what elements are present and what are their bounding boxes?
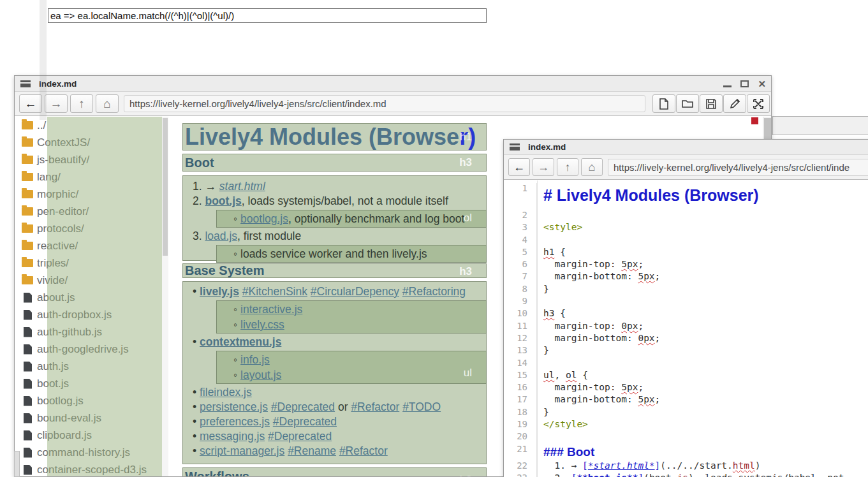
line-number: 23: [504, 473, 537, 477]
list-item[interactable]: lang/: [17, 168, 162, 186]
code-line[interactable]: 13}: [504, 345, 868, 357]
md-link[interactable]: #CircularDepency: [311, 285, 399, 298]
content-scrollbar-thumb[interactable]: [764, 118, 771, 139]
md-link[interactable]: bootlog.js: [240, 212, 288, 225]
edit-button[interactable]: [723, 94, 746, 113]
code-token: }: [543, 284, 549, 294]
code-line[interactable]: 15ul, ol {: [504, 370, 868, 382]
code-line[interactable]: 11 margin-top: 0px;: [504, 321, 868, 333]
list-item[interactable]: clipboard.js: [17, 427, 162, 444]
url-field[interactable]: https://lively-kernel.org/lively4/lively…: [124, 95, 645, 112]
list-item[interactable]: js-beautify/: [17, 151, 162, 168]
list-item[interactable]: ../: [17, 117, 162, 134]
code-line[interactable]: 5h1 {: [504, 247, 868, 259]
sidebar-scrollbar[interactable]: [162, 117, 168, 476]
new-file-button[interactable]: [652, 94, 675, 113]
md-link[interactable]: lively.js: [200, 285, 239, 298]
code-line[interactable]: 10h3 {: [504, 308, 868, 320]
code-line[interactable]: 8}: [504, 284, 868, 296]
back-button[interactable]: ←: [508, 158, 530, 176]
md-link[interactable]: preferences.js: [200, 415, 270, 428]
list-item[interactable]: bound-eval.js: [17, 409, 162, 427]
md-link[interactable]: #Rename: [288, 444, 336, 457]
md-link[interactable]: lively.css: [240, 318, 284, 331]
list-item[interactable]: about.js: [17, 289, 162, 306]
home-button[interactable]: ⌂: [581, 158, 603, 176]
md-link[interactable]: #Refactor: [339, 444, 388, 457]
window2-titlebar[interactable]: index.md: [504, 140, 868, 155]
md-link[interactable]: contextmenu.js: [200, 335, 281, 348]
code-line[interactable]: 2: [504, 210, 868, 222]
code-line[interactable]: 6 margin-top: 5px;: [504, 259, 868, 271]
code-line[interactable]: 20: [504, 431, 868, 443]
save-button[interactable]: [700, 94, 723, 113]
md-link[interactable]: #Refactoring: [402, 285, 466, 298]
minimize-icon[interactable]: [723, 85, 732, 87]
list-item[interactable]: ContextJS/: [17, 134, 162, 151]
md-link[interactable]: messaging.js: [200, 430, 265, 443]
list-item[interactable]: protocols/: [17, 220, 162, 237]
list-item[interactable]: boot.js: [17, 375, 162, 392]
md-link[interactable]: start.html: [219, 180, 265, 193]
list-item[interactable]: reactive/: [17, 237, 162, 254]
url-field[interactable]: https://lively-kernel.org/lively4/lively…: [608, 159, 868, 176]
code-line[interactable]: 23 2. [**boot.js**](boot.js), loads syst…: [504, 473, 868, 477]
source-editor[interactable]: 1# Lively4 Modules (Browser)23<style>45h…: [504, 180, 868, 477]
code-line[interactable]: 21### Boot: [504, 444, 868, 460]
code-line[interactable]: 16 margin-top: 5px;: [504, 382, 868, 394]
code-token: margin-bottom:: [543, 333, 638, 343]
list-item[interactable]: bootlog.js: [17, 392, 162, 409]
list-item[interactable]: command-history.js: [17, 444, 162, 461]
up-button[interactable]: ↑: [557, 158, 578, 176]
up-button[interactable]: ↑: [70, 94, 93, 113]
menu-icon[interactable]: [510, 143, 520, 150]
list-item[interactable]: vivide/: [17, 272, 162, 289]
code-line[interactable]: 18}: [504, 407, 868, 419]
code-line[interactable]: 7 margin-bottom: 5px;: [504, 271, 868, 283]
md-link[interactable]: load.js: [205, 230, 237, 242]
md-link[interactable]: #TODO: [402, 400, 441, 413]
maximize-icon[interactable]: [740, 80, 749, 87]
md-link[interactable]: #Deprecated: [273, 415, 337, 428]
menu-icon[interactable]: [20, 80, 31, 87]
home-icon: ⌂: [589, 161, 596, 174]
home-button[interactable]: ⌂: [96, 94, 119, 113]
list-item[interactable]: auth-googledrive.js: [17, 341, 162, 358]
list-item[interactable]: pen-editor/: [17, 203, 162, 220]
expand-button[interactable]: [747, 94, 770, 113]
code-line[interactable]: 22 1. → [*start.html*](../../start.html): [504, 460, 868, 473]
code-line[interactable]: 9: [504, 296, 868, 308]
md-link[interactable]: script-manager.js: [200, 444, 284, 457]
open-folder-button[interactable]: [676, 94, 699, 113]
code-line[interactable]: 17 margin-bottom: 5px;: [504, 394, 868, 406]
list-item[interactable]: auth-dropbox.js: [17, 306, 162, 323]
window1-titlebar[interactable]: index.md ✕: [15, 76, 771, 92]
code-line[interactable]: 3<style>: [504, 222, 868, 234]
code-line[interactable]: 12 margin-bottom: 0px;: [504, 333, 868, 345]
md-link[interactable]: layout.js: [240, 369, 281, 381]
list-item[interactable]: morphic/: [17, 186, 162, 203]
list-item[interactable]: triples/: [17, 254, 162, 272]
md-link[interactable]: boot.js: [205, 194, 241, 207]
code-line[interactable]: 19</style>: [504, 419, 868, 431]
md-link[interactable]: #KitchenSink: [242, 285, 307, 298]
md-link[interactable]: #Deprecated: [271, 400, 335, 413]
code-line[interactable]: 1# Lively4 Modules (Browser): [504, 183, 868, 210]
md-link[interactable]: info.js: [240, 353, 270, 366]
list-item[interactable]: container-scoped-d3.js: [17, 461, 162, 476]
md-link[interactable]: #Refactor: [351, 400, 399, 413]
md-link[interactable]: fileindex.js: [200, 386, 252, 399]
element-filter-input[interactable]: [48, 8, 487, 23]
back-button[interactable]: ←: [19, 94, 42, 113]
code-line[interactable]: 14: [504, 358, 868, 370]
list-item[interactable]: auth-github.js: [17, 323, 162, 341]
md-link[interactable]: interactive.js: [240, 303, 302, 316]
forward-button[interactable]: →: [45, 94, 68, 113]
code-line[interactable]: 4: [504, 235, 868, 247]
close-icon[interactable]: ✕: [758, 79, 766, 89]
sidebar-scrollbar-thumb[interactable]: [163, 118, 168, 256]
forward-button[interactable]: →: [533, 158, 554, 176]
md-link[interactable]: persistence.js: [200, 400, 268, 413]
list-item[interactable]: auth.js: [17, 358, 162, 375]
md-link[interactable]: #Deprecated: [268, 430, 332, 443]
